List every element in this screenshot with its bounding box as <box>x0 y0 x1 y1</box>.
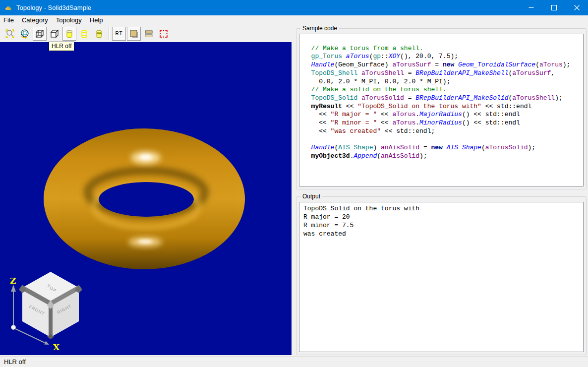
minimize-icon <box>529 5 534 10</box>
flat-shading-button[interactable] <box>127 27 141 41</box>
close-button[interactable] <box>565 0 588 15</box>
origin-dot <box>11 325 16 330</box>
output-title: Output <box>300 193 322 200</box>
double-bar-icon <box>143 28 154 39</box>
ray-trace-button[interactable]: RT <box>112 27 126 41</box>
torus <box>44 128 245 269</box>
maximize-button[interactable] <box>542 0 565 15</box>
wireframe-cylinder-button[interactable] <box>77 27 91 41</box>
code-line: // Make a solid on the torus shell. <box>303 86 583 94</box>
banded-cylinder-icon <box>94 28 105 39</box>
status-bar: HLR off <box>0 356 588 367</box>
material-bars-button[interactable] <box>142 27 156 41</box>
code-line: << "R major = " << aTorus.MajorRadius() … <box>303 111 583 119</box>
rotate-view-button[interactable] <box>18 27 32 41</box>
shading-square-icon <box>128 28 139 39</box>
code-line: << "was created" << std::endl; <box>303 127 583 136</box>
x-axis-label: X <box>53 342 60 352</box>
output-line: TopoDS_Solid on the torus with <box>303 204 583 213</box>
shaded-cylinder-button[interactable] <box>62 27 76 41</box>
selection-frame-button[interactable] <box>157 27 171 41</box>
code-line <box>303 36 583 45</box>
output-line: R minor = 7.5 <box>303 221 583 230</box>
code-line: 0.0, 2.0 * M_PI, 0.0, 2.0 * M_PI); <box>303 78 583 86</box>
window-title: Topology - Solid3dSample <box>16 4 91 11</box>
code-line: Handle(Geom_Surface) aTorusSurf = new Ge… <box>303 61 583 69</box>
wire-cylinder-icon <box>79 28 90 39</box>
code-line: << "R minor = " << aTorus.MinorRadius() … <box>303 119 583 127</box>
output-groupbox: Output TopoDS_Solid on the torus withR m… <box>296 196 587 355</box>
code-line: myResult << "TopoDS_Solid on the torus w… <box>303 103 583 111</box>
maximize-icon <box>551 5 557 10</box>
menu-bar: File Category Topology Help <box>0 15 588 25</box>
wireframe-view-button[interactable] <box>33 27 47 41</box>
menu-help[interactable]: Help <box>86 15 107 25</box>
sample-code-title: Sample code <box>300 25 339 32</box>
app-logo-icon <box>4 4 12 12</box>
solid-cube-icon <box>49 28 60 39</box>
code-line: TopoDS_Shell aTorusShell = BRepBuilderAP… <box>303 69 583 78</box>
torus-scene: TOP FRONT RIGHT Z X <box>0 42 292 355</box>
title-bar: Topology - Solid3dSample <box>0 0 588 15</box>
z-axis-label: Z <box>10 276 16 286</box>
output-console[interactable]: TopoDS_Solid on the torus withR major = … <box>299 202 584 352</box>
hlr-tooltip: HLR off <box>49 42 74 51</box>
sample-code-groupbox: Sample code // Make a torus from a shell… <box>296 28 587 189</box>
rt-label: RT <box>115 31 122 36</box>
app-window: Topology - Solid3dSample File Category T… <box>0 0 588 367</box>
code-line: // Make a torus from a shell. <box>303 45 583 53</box>
yellow-cylinder-icon <box>64 28 75 39</box>
fit-all-button[interactable] <box>3 27 17 41</box>
output-line: was created <box>303 230 583 238</box>
code-line <box>303 135 583 144</box>
red-selection-brackets-icon <box>158 28 169 39</box>
rotate-globe-icon <box>19 28 30 39</box>
wireframe-cube-icon <box>34 28 45 39</box>
x-axis-arrowhead <box>44 341 49 345</box>
toolbar: RT <box>0 25 293 42</box>
hlr-view-button[interactable] <box>48 27 61 41</box>
z-axis-arrowhead <box>11 285 16 292</box>
menu-topology[interactable]: Topology <box>52 15 86 25</box>
minimize-button[interactable] <box>520 0 542 15</box>
banded-cylinder-button[interactable] <box>92 27 106 41</box>
menu-file[interactable]: File <box>0 15 18 25</box>
toolbar-separator <box>109 28 110 40</box>
window-controls <box>520 0 588 15</box>
code-line: TopoDS_Solid aTorusSolid = BRepBuilderAP… <box>303 94 583 103</box>
code-editor[interactable]: // Make a torus from a shell. gp_Torus a… <box>299 34 584 186</box>
close-icon <box>574 5 580 10</box>
menu-category[interactable]: Category <box>18 15 52 25</box>
3d-viewport[interactable]: TOP FRONT RIGHT Z X <box>0 42 292 355</box>
code-line: gp_Torus aTorus(gp::XOY(), 20.0, 7.5); <box>303 53 583 61</box>
status-text: HLR off <box>4 358 26 366</box>
output-line: R major = 20 <box>303 213 583 221</box>
code-line: myObject3d.Append(anAisSolid); <box>303 152 583 161</box>
code-line: Handle(AIS_Shape) anAisSolid = new AIS_S… <box>303 144 583 152</box>
magnifier-zoom-icon <box>4 28 15 39</box>
view-cube-triad: TOP FRONT RIGHT Z X <box>10 272 82 352</box>
